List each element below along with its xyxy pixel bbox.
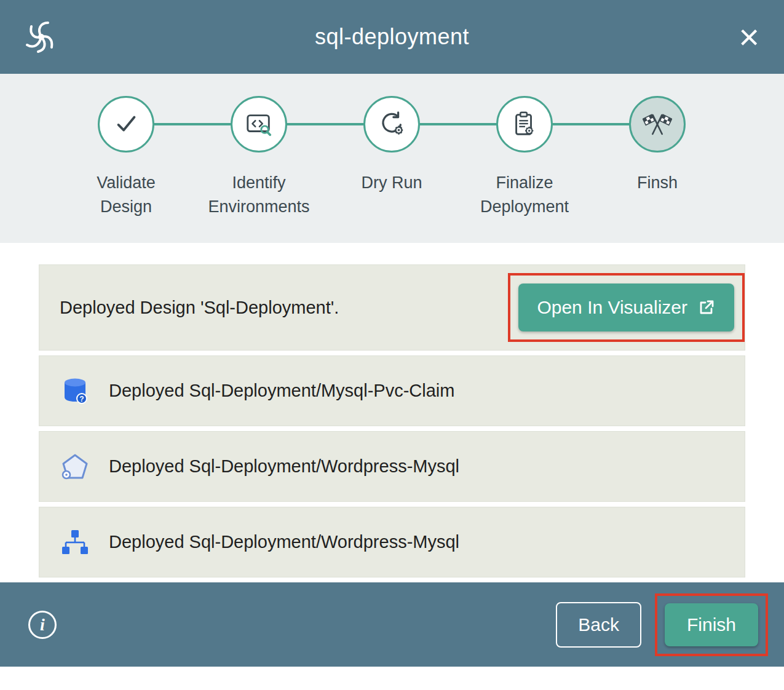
back-button[interactable]: Back	[556, 602, 641, 648]
check-icon	[112, 110, 140, 138]
open-in-visualizer-label: Open In Visualizer	[537, 297, 687, 318]
database-icon: ?	[60, 376, 90, 406]
step-circle	[98, 96, 154, 153]
code-wrench-icon	[245, 110, 273, 138]
step-label: Finalize Deployment	[470, 171, 579, 219]
modal-header: sql-deployment ×	[0, 0, 784, 74]
svg-text:?: ?	[79, 394, 84, 403]
step-label: Validate Design	[72, 171, 180, 219]
finish-button[interactable]: Finish	[665, 603, 758, 646]
dry-run-gear-icon	[378, 110, 406, 138]
modal-footer: i Back Finish	[0, 582, 784, 667]
close-icon[interactable]: ×	[735, 19, 763, 55]
info-icon[interactable]: i	[28, 611, 57, 639]
step-circle	[629, 96, 686, 153]
deployment-summary-row: Deployed Design 'Sql-Deployment'. Open I…	[39, 264, 745, 351]
result-row-text: Deployed Sql-Deployment/Wordpress-Mysql	[109, 456, 459, 477]
result-row-wordpress-mysql-1: Deployed Sql-Deployment/Wordpress-Mysql	[39, 431, 745, 502]
clipboard-gear-icon	[510, 110, 539, 138]
step-circle	[496, 96, 553, 153]
step-label: Identify Environments	[205, 171, 313, 219]
annotation-finish: Finish	[655, 593, 768, 656]
result-row-pvc-claim: ? Deployed Sql-Deployment/Mysql-Pvc-Clai…	[39, 355, 745, 426]
step-label: Dry Run	[338, 171, 446, 195]
result-row-text: Deployed Sql-Deployment/Mysql-Pvc-Claim	[109, 381, 454, 401]
step-finalize-deployment[interactable]: Finalize Deployment	[458, 96, 591, 219]
step-circle	[231, 96, 287, 153]
step-identify-environments[interactable]: Identify Environments	[192, 96, 325, 219]
open-in-visualizer-button[interactable]: Open In Visualizer	[518, 284, 734, 331]
stepper: Validate Design Identify Environments	[0, 74, 784, 243]
external-link-icon	[697, 298, 716, 317]
modal-title: sql-deployment	[0, 24, 784, 50]
step-dry-run[interactable]: Dry Run	[325, 96, 458, 219]
step-circle	[363, 96, 420, 153]
result-row-text: Deployed Sql-Deployment/Wordpress-Mysql	[109, 532, 459, 552]
deployment-summary-text: Deployed Design 'Sql-Deployment'.	[60, 298, 339, 318]
result-row-wordpress-mysql-2: Deployed Sql-Deployment/Wordpress-Mysql	[39, 507, 745, 577]
step-label: Finsh	[603, 171, 711, 195]
results-panel: Deployed Design 'Sql-Deployment'. Open I…	[0, 243, 784, 577]
pentagon-shape-icon	[60, 451, 90, 482]
annotation-open-in-visualizer: Open In Visualizer	[508, 273, 745, 342]
step-finish[interactable]: Finsh	[591, 96, 724, 219]
hierarchy-icon	[60, 527, 90, 558]
checkered-flags-icon	[643, 109, 672, 139]
step-validate-design[interactable]: Validate Design	[60, 96, 192, 219]
